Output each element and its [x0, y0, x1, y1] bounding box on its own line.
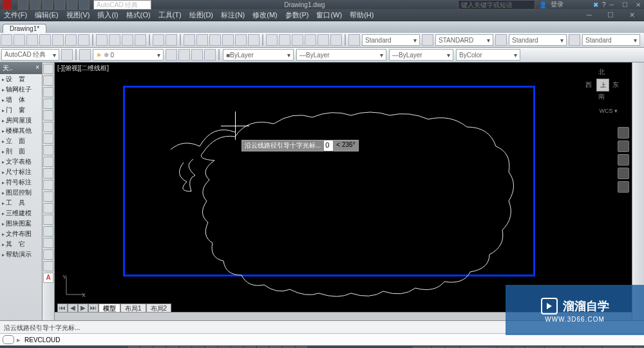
nav-zoom-icon[interactable] [618, 154, 629, 166]
nav-wheel-icon[interactable] [618, 127, 629, 139]
menu-help[interactable]: 帮助(H) [346, 10, 377, 20]
arc-icon[interactable] [43, 122, 53, 132]
palette-item[interactable]: 尺寸标注 [0, 167, 42, 177]
point-icon[interactable] [43, 215, 53, 225]
palette-item[interactable]: 剖 面 [0, 146, 42, 157]
menu-tools[interactable]: 工具(T) [155, 10, 185, 20]
palette-item[interactable]: 房间屋顶 [0, 115, 42, 126]
region-icon[interactable] [43, 249, 53, 260]
tab-layout2[interactable]: 布局2 [146, 304, 172, 313]
menu-draw[interactable]: 绘图(D) [185, 10, 217, 20]
ellipsearc-icon[interactable] [43, 180, 53, 190]
markup-icon[interactable] [317, 34, 329, 46]
nav-orbit-icon[interactable] [618, 168, 629, 179]
layer-off-icon[interactable] [178, 49, 190, 61]
line-icon[interactable] [43, 64, 53, 74]
toolpalettes-icon[interactable] [292, 34, 303, 46]
linetype-combo[interactable]: — ByLayer [296, 49, 386, 61]
pan-icon[interactable] [184, 34, 195, 46]
preview-icon[interactable] [65, 34, 77, 46]
text-style-combo[interactable]: Standard [362, 34, 420, 46]
viewcube[interactable]: 北 西 东 南 上 [585, 68, 619, 101]
layer-prev-icon[interactable] [166, 49, 177, 61]
dynamic-value-field[interactable]: 0 [323, 140, 334, 151]
mleaderstyle-icon[interactable] [569, 34, 580, 46]
zoom-realtime-icon[interactable] [196, 34, 208, 46]
palette-item[interactable]: 文字表格 [0, 157, 42, 167]
palette-item[interactable]: 三维建模 [0, 208, 42, 218]
login-link[interactable]: 登录 [551, 0, 564, 9]
doc-minimize-button[interactable]: ─ [580, 11, 599, 19]
palette-item[interactable]: 立 面 [0, 136, 42, 146]
qat-new-icon[interactable] [18, 0, 28, 10]
table-icon[interactable] [43, 261, 53, 271]
palette-item[interactable]: 设 置 [0, 74, 42, 84]
palette-item[interactable]: 楼梯其他 [0, 126, 42, 136]
menu-window[interactable]: 窗口(W) [312, 10, 346, 20]
zoom-window-icon[interactable] [209, 34, 221, 46]
tablestyle-icon[interactable] [495, 34, 507, 46]
search-input[interactable] [458, 0, 535, 10]
qat-undo-icon[interactable] [55, 0, 65, 10]
palette-item[interactable]: 其 它 [0, 239, 42, 249]
layer-combo[interactable]: ☀ ❄ 0 [93, 49, 164, 61]
layer-manager-icon[interactable] [79, 49, 91, 61]
open-icon[interactable] [14, 34, 25, 46]
plot-icon[interactable] [52, 34, 64, 46]
ws-gear-icon[interactable] [61, 49, 73, 61]
textstyle-icon[interactable] [348, 34, 360, 46]
lineweight-combo[interactable]: — ByLayer [389, 49, 453, 61]
cut-icon[interactable] [96, 34, 108, 46]
paste-icon[interactable] [122, 34, 133, 46]
plotstyle-combo[interactable]: ByColor [456, 49, 520, 61]
publish-icon[interactable] [78, 34, 90, 46]
zoom-all-icon[interactable] [248, 34, 260, 46]
viewcube-south[interactable]: 南 [598, 92, 605, 101]
menu-modify[interactable]: 修改(M) [249, 10, 281, 20]
palette-item[interactable]: 工 具 [0, 198, 42, 208]
qat-open-icon[interactable] [30, 0, 41, 10]
tab-last-icon[interactable]: ⏭ [88, 304, 99, 313]
tab-next-icon[interactable]: ▶ [78, 304, 88, 313]
calc-icon[interactable] [330, 34, 342, 46]
new-icon[interactable] [1, 34, 12, 46]
menu-file[interactable]: 文件(F) [0, 10, 31, 20]
menu-format[interactable]: 格式(O) [122, 10, 155, 20]
doc-restore-button[interactable]: ☐ [601, 11, 620, 19]
workspace-combo[interactable]: AutoCAD 经典 [1, 49, 59, 61]
tab-prev-icon[interactable]: ◀ [68, 304, 78, 313]
palette-item[interactable]: 轴网柱子 [0, 84, 42, 95]
palette-title[interactable]: 天..× [0, 63, 42, 74]
xline-icon[interactable] [43, 75, 53, 86]
nav-showmotion-icon[interactable] [618, 181, 629, 193]
dimstyle-icon[interactable] [422, 34, 433, 46]
save-icon[interactable] [26, 34, 38, 46]
properties-icon[interactable] [266, 34, 278, 46]
qat-save-icon[interactable] [43, 0, 53, 10]
palette-item[interactable]: 符号标注 [0, 177, 42, 188]
palette-item[interactable]: 文件布图 [0, 229, 42, 239]
color-combo[interactable]: ■ ByLayer [223, 49, 294, 61]
viewcube-north[interactable]: 北 [598, 68, 605, 77]
mleader-style-combo[interactable]: Standard [582, 34, 640, 46]
redo-icon[interactable] [166, 34, 177, 46]
block-icon[interactable] [43, 203, 53, 213]
wcs-label[interactable]: WCS ▾ [600, 108, 618, 114]
matchprop-icon[interactable] [135, 34, 146, 46]
insert-icon[interactable] [43, 191, 53, 202]
rectangle-icon[interactable] [43, 110, 53, 121]
command-input[interactable] [23, 336, 641, 344]
menu-parametric[interactable]: 参数(P) [281, 10, 313, 20]
exchange-icon[interactable]: ✖ [593, 1, 598, 8]
designcenter-icon[interactable] [279, 34, 290, 46]
saveas-icon[interactable] [39, 34, 51, 46]
menu-dimension[interactable]: 标注(N) [217, 10, 249, 20]
tab-model[interactable]: 模型 [99, 304, 120, 313]
dim-style-combo[interactable]: STANDARD [435, 34, 493, 46]
circle-icon[interactable] [43, 133, 53, 144]
workspace-dropdown[interactable]: AutoCAD 经典 [93, 0, 151, 10]
undo-icon[interactable] [153, 34, 164, 46]
viewcube-east[interactable]: 东 [612, 81, 619, 90]
viewcube-west[interactable]: 西 [585, 81, 592, 90]
qat-redo-icon[interactable] [67, 0, 77, 10]
